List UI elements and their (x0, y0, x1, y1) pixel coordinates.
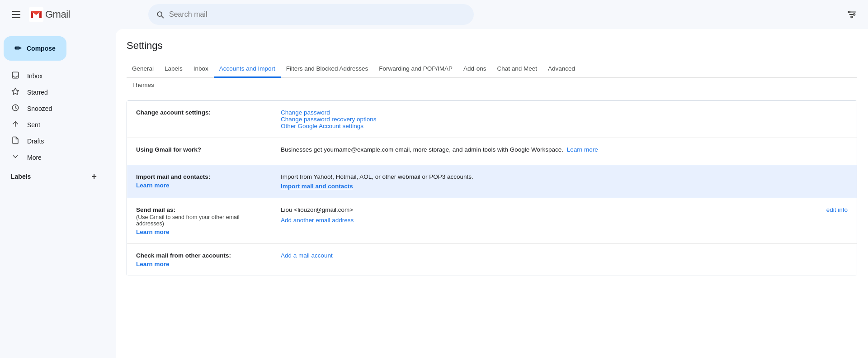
gmail-logo: Gmail (29, 7, 70, 22)
sliders-icon (847, 10, 857, 19)
sidebar-item-snoozed-label: Snoozed (27, 105, 52, 112)
settings-content: Settings General Labels Inbox Accounts a… (116, 29, 868, 358)
edit-info-link[interactable]: edit info (826, 206, 848, 213)
drafts-icon (11, 136, 20, 147)
tab-chat-meet[interactable]: Chat and Meet (491, 61, 542, 78)
compose-button[interactable]: ✏ Compose (4, 36, 66, 61)
sent-icon (11, 120, 20, 130)
send-mail-email: Liou <liouzor@gmail.com> (281, 206, 354, 213)
labels-section-header: Labels + (0, 166, 108, 186)
label-check-mail: Check mail from other accounts: Learn mo… (127, 244, 272, 276)
tab-general[interactable]: General (127, 61, 159, 78)
tab-forwarding[interactable]: Forwarding and POP/IMAP (373, 61, 458, 78)
starred-icon (11, 87, 20, 98)
hamburger-menu-button[interactable] (7, 5, 25, 24)
import-mail-contacts-link[interactable]: Import mail and contacts (281, 183, 353, 190)
svg-point-3 (851, 16, 853, 18)
settings-row-import-mail: Import mail and contacts: Learn more Imp… (127, 165, 857, 198)
settings-row-check-mail: Check mail from other accounts: Learn mo… (127, 244, 857, 276)
value-import-mail: Import from Yahoo!, Hotmail, AOL, or oth… (272, 165, 857, 198)
topbar-left: Gmail (7, 5, 143, 24)
inbox-icon (11, 71, 20, 81)
gmail-work-learn-more-link[interactable]: Learn more (567, 146, 598, 153)
compose-pencil-icon: ✏ (14, 43, 21, 53)
import-learn-more-link[interactable]: Learn more (136, 182, 263, 189)
send-mail-learn-more-link[interactable]: Learn more (136, 229, 263, 235)
gmail-m-icon (29, 7, 43, 22)
sidebar-item-snoozed[interactable]: Snoozed (0, 100, 108, 117)
sidebar-item-inbox-label: Inbox (27, 72, 42, 80)
more-chevron-icon (11, 153, 20, 163)
check-mail-learn-more-link[interactable]: Learn more (136, 261, 263, 267)
settings-table: Change account settings: Change password… (127, 100, 857, 276)
sidebar: ✏ Compose Inbox Starred Snoozed Sent (0, 29, 116, 358)
search-icon (156, 10, 165, 19)
value-gmail-work: Businesses get yourname@example.com emai… (272, 138, 857, 165)
svg-point-2 (854, 14, 855, 15)
settings-row-gmail-work: Using Gmail for work? Businesses get you… (127, 138, 857, 165)
sidebar-item-more[interactable]: More (0, 149, 108, 166)
sidebar-item-inbox[interactable]: Inbox (0, 68, 108, 84)
sidebar-item-drafts[interactable]: Drafts (0, 133, 108, 149)
sidebar-item-starred[interactable]: Starred (0, 84, 108, 100)
label-gmail-work: Using Gmail for work? (127, 138, 272, 165)
label-change-account: Change account settings: (127, 101, 272, 138)
label-send-mail: Send mail as: (Use Gmail to send from yo… (127, 198, 272, 243)
add-label-button[interactable]: + (87, 169, 101, 184)
other-google-account-link[interactable]: Other Google Account settings (281, 123, 363, 129)
sidebar-item-sent-label: Sent (27, 121, 40, 129)
tab-labels[interactable]: Labels (159, 61, 188, 78)
topbar: Gmail (0, 0, 868, 29)
sidebar-item-sent[interactable]: Sent (0, 117, 108, 133)
labels-heading: Labels (11, 173, 31, 180)
settings-row-send-mail: Send mail as: (Use Gmail to send from yo… (127, 198, 857, 244)
sidebar-item-drafts-label: Drafts (27, 138, 44, 145)
change-password-recovery-link[interactable]: Change password recovery options (281, 116, 377, 123)
value-change-account: Change password Change password recovery… (272, 101, 857, 138)
sidebar-item-more-label: More (27, 154, 42, 161)
sidebar-item-starred-label: Starred (27, 89, 48, 96)
tab-addons[interactable]: Add-ons (458, 61, 491, 78)
page-title: Settings (127, 40, 857, 52)
add-email-address-link[interactable]: Add another email address (281, 217, 354, 224)
compose-label: Compose (27, 45, 56, 52)
tab-inbox[interactable]: Inbox (188, 61, 214, 78)
gmail-text: Gmail (45, 9, 70, 20)
change-password-link[interactable]: Change password (281, 109, 330, 116)
tab-accounts-import[interactable]: Accounts and Import (214, 61, 281, 78)
settings-tabs: General Labels Inbox Accounts and Import… (127, 61, 857, 78)
tab-themes[interactable]: Themes (127, 78, 160, 93)
snoozed-icon (11, 104, 20, 114)
search-bar[interactable] (148, 4, 474, 25)
value-send-mail: Liou <liouzor@gmail.com> Add another ema… (272, 198, 857, 243)
settings-row-change-account: Change account settings: Change password… (127, 101, 857, 138)
tab-advanced[interactable]: Advanced (542, 61, 580, 78)
add-mail-account-link[interactable]: Add a mail account (281, 252, 333, 259)
main-layout: ✏ Compose Inbox Starred Snoozed Sent (0, 29, 868, 358)
search-input[interactable] (169, 10, 467, 19)
search-options-button[interactable] (843, 5, 861, 24)
import-description: Import from Yahoo!, Hotmail, AOL, or oth… (281, 173, 848, 180)
value-check-mail: Add a mail account (272, 244, 857, 276)
svg-point-1 (849, 11, 850, 13)
label-import-mail: Import mail and contacts: Learn more (127, 165, 272, 198)
topbar-right (843, 5, 861, 24)
tab-filters-blocked[interactable]: Filters and Blocked Addresses (281, 61, 374, 78)
